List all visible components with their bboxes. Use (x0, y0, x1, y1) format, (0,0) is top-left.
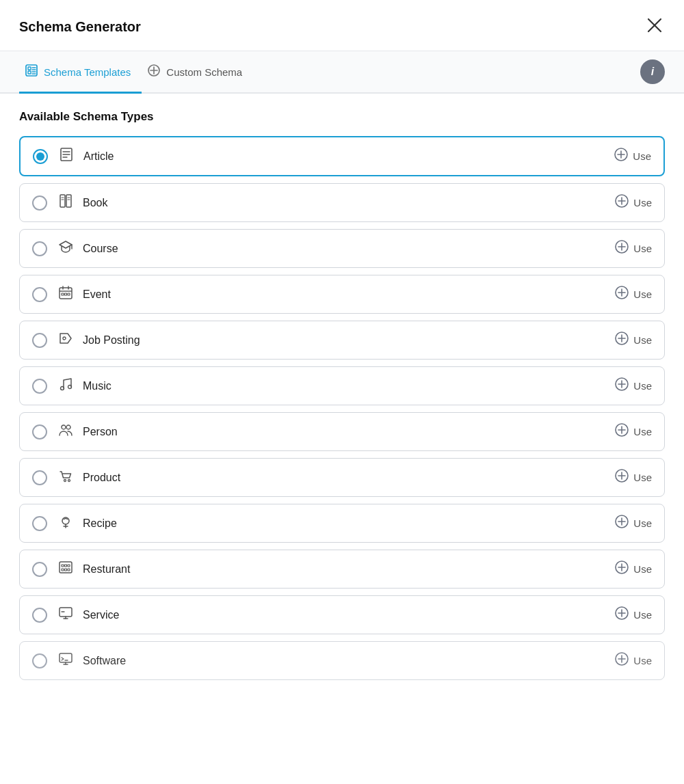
course-icon (57, 239, 75, 258)
article-use-label: Use (633, 150, 651, 162)
event-use-label: Use (633, 288, 652, 300)
svg-rect-38 (65, 293, 67, 295)
radio-person (32, 424, 47, 440)
radio-event (32, 287, 47, 302)
article-use-button[interactable]: Use (614, 147, 651, 165)
music-icon (57, 377, 75, 395)
software-use-button[interactable]: Use (614, 651, 652, 670)
radio-resturant (32, 562, 47, 577)
book-label: Book (83, 197, 614, 209)
svg-rect-37 (62, 293, 64, 295)
svg-point-59 (68, 480, 70, 482)
tabs-row: Schema Templates Custom Schema i (0, 51, 684, 94)
svg-point-44 (63, 337, 66, 340)
tab-custom-schema-label: Custom Schema (166, 66, 242, 78)
close-icon (647, 18, 662, 33)
recipe-label: Recipe (83, 517, 614, 530)
close-button[interactable] (644, 15, 665, 38)
event-use-button[interactable]: Use (614, 285, 652, 303)
schema-item-course[interactable]: Course Use (19, 229, 665, 268)
job-posting-icon (57, 331, 75, 349)
tab-custom-schema[interactable]: Custom Schema (142, 51, 253, 94)
software-use-label: Use (633, 655, 652, 666)
radio-music (32, 379, 47, 394)
music-use-button[interactable]: Use (614, 377, 652, 395)
schema-generator-modal: Schema Generator Schema Temp (0, 0, 684, 784)
software-label: Software (83, 655, 614, 667)
course-use-icon (614, 239, 629, 258)
custom-schema-icon (147, 64, 161, 81)
book-icon (57, 193, 75, 212)
article-label: Article (83, 150, 614, 163)
service-use-button[interactable]: Use (614, 606, 652, 624)
event-icon (57, 285, 75, 303)
job-posting-use-label: Use (633, 334, 652, 346)
svg-rect-75 (68, 569, 70, 571)
product-label: Product (83, 472, 614, 484)
radio-service (32, 608, 47, 623)
radio-recipe (32, 516, 47, 531)
tab-schema-templates[interactable]: Schema Templates (19, 51, 142, 94)
music-label: Music (83, 380, 614, 392)
info-button[interactable]: i (640, 59, 665, 84)
schema-item-service[interactable]: Service Use (19, 595, 665, 634)
course-use-label: Use (633, 243, 652, 254)
person-use-label: Use (633, 426, 652, 437)
resturant-label: Resturant (83, 563, 614, 576)
book-use-button[interactable]: Use (614, 193, 652, 212)
recipe-use-icon (614, 514, 629, 532)
schema-item-software[interactable]: Software Use (19, 641, 665, 680)
svg-rect-39 (68, 293, 70, 295)
service-use-icon (614, 606, 629, 624)
job-posting-label: Job Posting (83, 334, 614, 347)
modal-header: Schema Generator (0, 0, 684, 51)
content-area: Available Schema Types Article (0, 94, 684, 784)
section-title: Available Schema Types (19, 110, 665, 124)
person-use-button[interactable]: Use (614, 422, 652, 441)
schema-item-article[interactable]: Article Use (19, 136, 665, 176)
music-use-icon (614, 377, 629, 395)
job-posting-use-button[interactable]: Use (614, 331, 652, 349)
radio-software (32, 653, 47, 668)
svg-rect-74 (65, 569, 67, 571)
radio-book (32, 195, 47, 211)
schema-item-person[interactable]: Person Use (19, 412, 665, 451)
tab-schema-templates-label: Schema Templates (44, 66, 131, 78)
book-use-icon (614, 193, 629, 212)
svg-point-53 (62, 425, 66, 429)
event-label: Event (83, 288, 614, 301)
book-use-label: Use (633, 197, 652, 208)
svg-rect-71 (65, 565, 67, 567)
product-icon (57, 468, 75, 487)
person-icon (57, 422, 75, 441)
software-use-icon (614, 651, 629, 670)
schema-item-job-posting[interactable]: Job Posting Use (19, 321, 665, 360)
schema-item-recipe[interactable]: Recipe Use (19, 504, 665, 543)
schema-list: Article Use (19, 136, 665, 680)
service-icon (57, 606, 75, 624)
recipe-use-label: Use (633, 517, 652, 529)
recipe-use-button[interactable]: Use (614, 514, 652, 532)
schema-item-music[interactable]: Music Use (19, 366, 665, 405)
schema-item-event[interactable]: Event Use (19, 275, 665, 314)
schema-templates-icon (25, 64, 38, 81)
resturant-use-icon (614, 560, 629, 578)
recipe-icon (57, 514, 75, 532)
person-use-icon (614, 422, 629, 441)
service-use-label: Use (633, 609, 652, 621)
product-use-icon (614, 468, 629, 487)
article-icon (57, 147, 75, 165)
resturant-icon (57, 560, 75, 578)
resturant-use-button[interactable]: Use (614, 560, 652, 578)
product-use-button[interactable]: Use (614, 468, 652, 487)
service-label: Service (83, 609, 614, 621)
schema-item-book[interactable]: Book Use (19, 183, 665, 222)
resturant-use-label: Use (633, 563, 652, 575)
radio-course (32, 241, 47, 256)
schema-item-product[interactable]: Product Use (19, 458, 665, 497)
person-label: Person (83, 426, 614, 438)
svg-rect-3 (28, 67, 31, 70)
schema-item-resturant[interactable]: Resturant Use (19, 550, 665, 589)
event-use-icon (614, 285, 629, 303)
course-use-button[interactable]: Use (614, 239, 652, 258)
